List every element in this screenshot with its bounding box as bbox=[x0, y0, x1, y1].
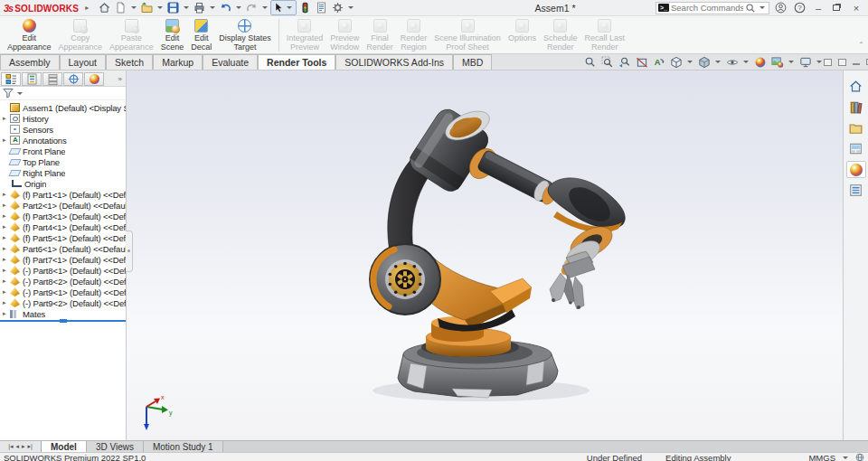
view-settings-dropdown-icon[interactable] bbox=[816, 61, 822, 63]
robot-assembly-model[interactable] bbox=[127, 71, 843, 440]
tree-item[interactable]: ▸ Part2<1> (Default) <<Default>_D bbox=[0, 200, 126, 211]
tab-scroll-arrow-icon[interactable]: ▸ bbox=[22, 443, 25, 450]
task-pane-home-button[interactable] bbox=[846, 78, 866, 95]
panel-collapse-handle[interactable] bbox=[126, 230, 133, 272]
appearances-scenes-button[interactable] bbox=[846, 161, 866, 178]
expand-arrow-icon[interactable]: ▸ bbox=[3, 256, 10, 263]
filter-dropdown-icon[interactable] bbox=[17, 92, 23, 95]
options-button[interactable] bbox=[330, 1, 345, 14]
undo-button[interactable] bbox=[218, 1, 233, 14]
expand-arrow-icon[interactable]: ▸ bbox=[3, 310, 10, 317]
search-magnifier-icon[interactable] bbox=[745, 3, 756, 14]
tree-item[interactable]: Assem1 (Default) <Display State-1> bbox=[0, 102, 126, 113]
display-style-dropdown-icon[interactable] bbox=[715, 61, 721, 63]
save-button[interactable] bbox=[165, 1, 181, 14]
tree-item[interactable]: ▸ (-) Part8<2> (Default) <<Default: bbox=[0, 276, 126, 287]
tree-item[interactable]: ▸ (f) Part4<1> (Default) <<Default: bbox=[0, 221, 126, 232]
ribbon-button[interactable]: Final Render bbox=[363, 17, 397, 52]
panel-flyout-chevron-icon[interactable]: » bbox=[118, 75, 125, 83]
ribbon-button[interactable]: Integrated Preview bbox=[283, 17, 327, 52]
menu-expand-arrow-icon[interactable]: ▸ bbox=[85, 4, 89, 12]
open-dropdown-icon[interactable] bbox=[157, 6, 163, 9]
units-label[interactable]: MMGS bbox=[808, 453, 835, 461]
expand-arrow-icon[interactable]: ▸ bbox=[3, 267, 10, 274]
doc-tile-icon[interactable] bbox=[838, 59, 846, 66]
viewport-3d[interactable]: x y bbox=[127, 71, 843, 440]
search-commands-box[interactable]: >_ bbox=[656, 2, 769, 14]
view-palette-button[interactable] bbox=[846, 140, 866, 157]
apply-scene-button[interactable] bbox=[769, 55, 785, 70]
tree-item[interactable]: ▸ Annotations bbox=[0, 135, 126, 146]
view-settings-button[interactable] bbox=[797, 55, 813, 70]
undo-dropdown-icon[interactable] bbox=[236, 6, 241, 9]
hide-show-dropdown-icon[interactable] bbox=[743, 61, 749, 63]
custom-properties-button[interactable] bbox=[846, 182, 866, 199]
tab-scroll-arrow-icon[interactable]: ▸| bbox=[28, 443, 33, 450]
tree-item[interactable]: ▸ (f) Part7<1> (Default) <<Default: bbox=[0, 254, 126, 265]
command-tab[interactable]: Assembly bbox=[0, 54, 60, 70]
doc-minimize-icon[interactable] bbox=[853, 63, 860, 65]
tree-item[interactable]: ▸ History bbox=[0, 113, 126, 124]
ribbon-button[interactable]: Recall Last Render bbox=[580, 17, 628, 52]
command-tab[interactable]: MBD bbox=[453, 54, 492, 70]
tree-item[interactable]: ▸ (-) Part9<1> (Default) <<Default: bbox=[0, 287, 126, 297]
file-properties-button[interactable] bbox=[314, 1, 329, 14]
save-dropdown-icon[interactable] bbox=[184, 6, 189, 9]
view-orientation-button[interactable] bbox=[668, 55, 684, 70]
tree-item[interactable]: ▸ (f) Part5<1> (Default) <<Default: bbox=[0, 232, 126, 243]
tab-configurationmanager[interactable] bbox=[42, 72, 62, 86]
file-explorer-button[interactable] bbox=[846, 119, 866, 136]
tree-item[interactable]: ▸ (f) Part3<1> (Default) <<Default: bbox=[0, 211, 126, 221]
expand-arrow-icon[interactable]: ▸ bbox=[3, 299, 10, 306]
tab-featuremanager-tree[interactable] bbox=[1, 72, 21, 86]
open-button[interactable] bbox=[139, 1, 155, 14]
view-orientation-dropdown-icon[interactable] bbox=[687, 61, 693, 63]
tab-displaymanager[interactable] bbox=[84, 72, 104, 86]
command-tab[interactable]: Sketch bbox=[106, 54, 153, 70]
doc-size-icon[interactable] bbox=[824, 59, 832, 66]
tab-dimxpertmanager[interactable] bbox=[63, 72, 83, 86]
ribbon-button[interactable]: Paste Appearance bbox=[106, 17, 157, 52]
expand-arrow-icon[interactable]: ▸ bbox=[3, 136, 10, 144]
zoom-to-fit-button[interactable] bbox=[582, 55, 598, 70]
ribbon-button[interactable]: Copy Appearance bbox=[55, 17, 107, 52]
document-tab[interactable]: Model bbox=[42, 441, 87, 452]
ribbon-button[interactable]: Edit Decal bbox=[187, 17, 215, 52]
edit-appearance-button[interactable] bbox=[752, 55, 768, 70]
print-button[interactable] bbox=[192, 1, 207, 14]
rollback-bar[interactable] bbox=[0, 320, 126, 322]
redo-dropdown-icon[interactable] bbox=[262, 6, 268, 9]
tree-item[interactable]: ▸ (f) Part1<1> (Default) <<Default: bbox=[0, 189, 126, 200]
expand-arrow-icon[interactable]: ▸ bbox=[3, 202, 10, 209]
command-tab[interactable]: Markup bbox=[153, 54, 203, 70]
tree-item[interactable]: Right Plane bbox=[0, 167, 126, 178]
ribbon-button[interactable]: Edit Appearance bbox=[4, 17, 55, 52]
tree-item[interactable]: ▸ Mates bbox=[0, 308, 126, 319]
expand-arrow-icon[interactable]: ▸ bbox=[3, 278, 10, 285]
search-commands-input[interactable] bbox=[671, 3, 743, 13]
ribbon-button[interactable]: Render Region bbox=[397, 17, 431, 52]
expand-arrow-icon[interactable]: ▸ bbox=[3, 212, 10, 220]
zoom-to-area-button[interactable] bbox=[599, 55, 615, 70]
document-tab[interactable]: 3D Views bbox=[87, 441, 144, 452]
ribbon-button[interactable]: Preview Window bbox=[326, 17, 363, 52]
options-dropdown-icon[interactable] bbox=[348, 6, 354, 9]
command-tab[interactable]: Layout bbox=[60, 54, 107, 70]
ribbon-button[interactable]: Edit Scene bbox=[157, 17, 188, 52]
tree-item[interactable]: Front Plane bbox=[0, 146, 126, 156]
hide-show-items-button[interactable] bbox=[724, 55, 740, 70]
expand-arrow-icon[interactable]: ▸ bbox=[3, 115, 10, 122]
units-dropdown-icon[interactable] bbox=[843, 456, 848, 459]
select-tool-button[interactable] bbox=[270, 0, 297, 15]
expand-arrow-icon[interactable]: ▸ bbox=[3, 234, 10, 241]
tree-item[interactable]: Sensors bbox=[0, 124, 126, 135]
minimize-button[interactable]: – bbox=[810, 3, 826, 14]
tab-scroll-arrow-icon[interactable]: ◂ bbox=[15, 443, 19, 450]
previous-view-button[interactable] bbox=[617, 55, 632, 70]
ribbon-button[interactable]: Schedule Render bbox=[540, 17, 581, 52]
tree-item[interactable]: ▸ Part6<1> (Default) <<Default>_D bbox=[0, 243, 126, 254]
close-button[interactable]: × bbox=[848, 3, 864, 14]
ribbon-button[interactable]: Display States Target bbox=[215, 17, 275, 52]
tab-propertymanager[interactable] bbox=[22, 72, 42, 86]
command-tab[interactable]: Evaluate bbox=[203, 54, 258, 70]
